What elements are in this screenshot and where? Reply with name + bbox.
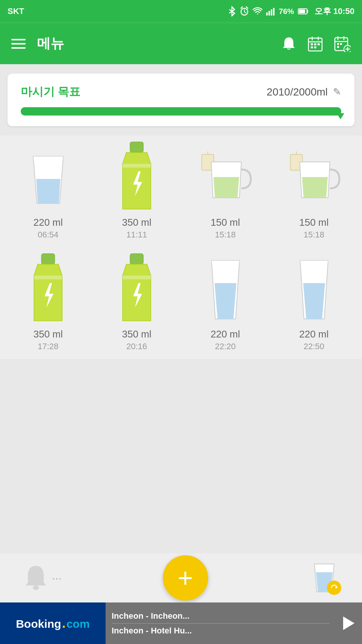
drink-icon-glass — [18, 143, 78, 213]
hamburger-menu[interactable] — [11, 39, 26, 49]
svg-rect-15 — [311, 46, 313, 48]
drink-amount: 350 ml — [122, 328, 151, 340]
add-button-label: + — [178, 565, 193, 591]
notification-icon[interactable] — [281, 36, 296, 52]
more-dots-icon[interactable]: ··· — [52, 572, 61, 584]
bluetooth-icon — [228, 6, 236, 17]
edit-goal-icon[interactable]: ✎ — [333, 86, 341, 98]
goal-label: 마시기 목표 — [21, 84, 80, 100]
add-calendar-icon[interactable] — [334, 35, 351, 52]
drink-grid: 220 ml 06:54 350 ml 11:11 — [0, 136, 362, 359]
drink-amount: 350 ml — [122, 217, 151, 228]
drink-item[interactable]: 350 ml 17:28 — [8, 251, 89, 355]
status-bar: SKT 76% — [0, 0, 362, 23]
time-label: 오후 10:50 — [314, 6, 354, 17]
ad-line2: Incheon - Hotel Hu... — [112, 626, 330, 636]
svg-rect-16 — [314, 46, 316, 48]
drink-icon-cup2 — [284, 143, 344, 213]
booking-com: com — [66, 618, 90, 630]
svg-rect-6 — [307, 10, 308, 13]
nav-left: 메뉴 — [11, 34, 64, 53]
goal-card: 마시기 목표 2010/2000ml ✎ — [8, 74, 354, 126]
svg-rect-32 — [41, 254, 55, 264]
progress-track — [21, 107, 341, 116]
nav-title: 메뉴 — [37, 34, 64, 53]
refresh-icon — [327, 581, 341, 595]
drink-icon-tallglass — [195, 255, 256, 325]
reminder-bell[interactable] — [23, 563, 49, 593]
drink-amount: 220 ml — [33, 217, 63, 228]
drink-time: 17:28 — [38, 342, 58, 351]
add-drink-button[interactable]: + — [163, 555, 208, 601]
ad-content: Incheon - Incheon... Incheon - Hotel Hu.… — [106, 602, 362, 644]
ad-banner[interactable]: Booking . com Incheon - Incheon... Inche… — [0, 602, 362, 644]
svg-rect-21 — [337, 43, 339, 45]
battery-icon — [298, 8, 308, 15]
drink-icon-tallglass2 — [284, 255, 344, 325]
booking-word: Booking — [16, 618, 61, 630]
signal-icon — [266, 7, 275, 15]
drink-amount: 150 ml — [210, 217, 240, 228]
svg-rect-13 — [314, 43, 316, 45]
bottom-action-bar: ··· + — [0, 553, 362, 602]
drink-time: 11:11 — [126, 230, 147, 240]
booking-logo-area: Booking . com — [0, 602, 106, 644]
nav-right — [281, 35, 351, 52]
svg-point-34 — [33, 585, 39, 590]
drink-item[interactable]: 150 ml 15:18 — [185, 139, 266, 243]
drink-item[interactable]: 220 ml 22:20 — [185, 251, 266, 355]
svg-rect-12 — [311, 43, 313, 45]
drink-time: 15:18 — [304, 230, 324, 240]
progress-marker — [337, 113, 344, 119]
goal-value-row: 2010/2000ml ✎ — [267, 86, 341, 98]
drink-item[interactable]: 220 ml 22:50 — [273, 251, 354, 355]
drink-time: 15:18 — [215, 230, 236, 240]
drink-icon-bottle2 — [18, 255, 78, 325]
svg-rect-7 — [299, 9, 305, 13]
svg-rect-23 — [337, 46, 339, 48]
ad-play-button[interactable] — [336, 616, 362, 630]
ad-text-block: Incheon - Incheon... Incheon - Hotel Hu.… — [106, 607, 336, 639]
goal-value: 2010/2000ml — [267, 86, 328, 98]
reminder-group: ··· — [23, 563, 61, 593]
play-triangle-icon — [343, 616, 354, 630]
ad-line1: Incheon - Incheon... — [112, 611, 330, 624]
drink-time: 22:50 — [304, 342, 324, 351]
drink-icon-bottle — [107, 143, 167, 213]
battery-label: 76% — [279, 7, 294, 16]
drink-icon-bottle3 — [107, 255, 167, 325]
reset-button[interactable] — [309, 561, 339, 595]
drink-time: 22:20 — [215, 342, 236, 351]
svg-rect-27 — [130, 142, 143, 153]
drink-amount: 150 ml — [299, 217, 328, 228]
alarm-icon — [240, 6, 249, 17]
drink-item[interactable]: 350 ml 11:11 — [96, 139, 177, 243]
status-icons: 76% 오후 10:50 — [228, 6, 354, 17]
drink-icon-cup — [195, 143, 256, 213]
drink-item[interactable]: 220 ml 06:54 — [8, 139, 89, 243]
calendar-icon[interactable] — [308, 36, 323, 52]
booking-dot: . — [62, 615, 66, 631]
nav-bar: 메뉴 — [0, 23, 362, 64]
svg-rect-3 — [271, 9, 272, 15]
svg-rect-2 — [268, 11, 270, 15]
drink-time: 20:16 — [126, 342, 147, 351]
svg-rect-33 — [130, 254, 143, 264]
drink-amount: 350 ml — [33, 328, 63, 340]
wifi-icon — [253, 7, 262, 15]
drink-item[interactable]: 350 ml 20:16 — [96, 251, 177, 355]
progress-fill — [21, 107, 341, 116]
drink-amount: 220 ml — [299, 328, 328, 340]
booking-logo: Booking . com — [16, 615, 90, 631]
goal-header: 마시기 목표 2010/2000ml ✎ — [21, 84, 341, 100]
carrier-label: SKT — [8, 6, 24, 16]
svg-rect-14 — [318, 43, 320, 45]
drink-item[interactable]: 150 ml 15:18 — [273, 139, 354, 243]
drink-time: 06:54 — [38, 230, 58, 240]
drink-amount: 220 ml — [210, 328, 240, 340]
svg-rect-22 — [340, 43, 342, 45]
svg-rect-1 — [266, 12, 268, 15]
svg-rect-4 — [273, 8, 275, 15]
